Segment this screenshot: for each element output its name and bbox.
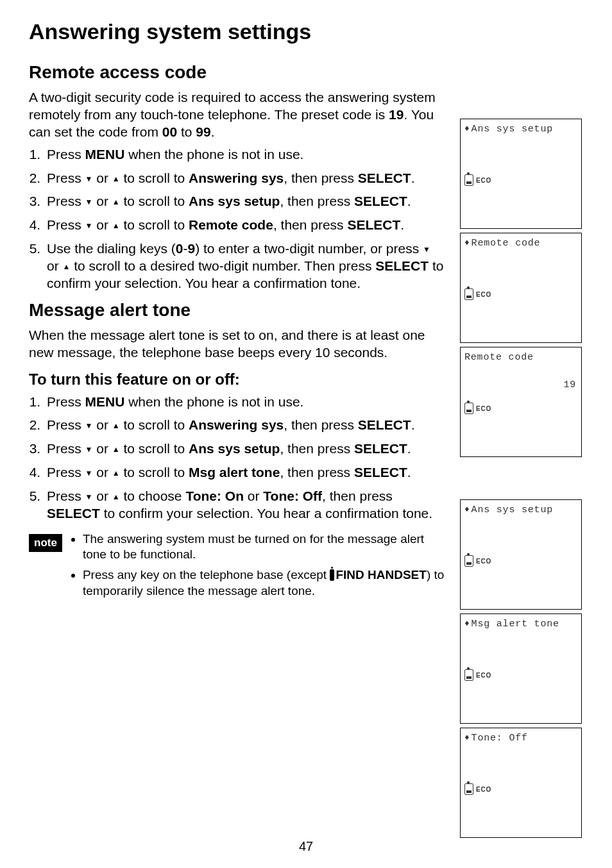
text: .	[407, 465, 411, 480]
text: , then press	[284, 417, 358, 432]
list-item: Press or to scroll to Remote code, then …	[44, 217, 446, 234]
lcd-screen: Ans sys setup ECO	[460, 499, 582, 610]
battery-icon	[464, 783, 473, 795]
text: to scroll to	[120, 417, 189, 432]
note-badge: note	[29, 534, 62, 552]
alert-steps: Press MENU when the phone is not in use.…	[29, 394, 446, 522]
remote-code-label: Remote code	[189, 217, 273, 232]
lcd-screen: Msg alert tone ECO	[460, 613, 582, 724]
text: to scroll to	[120, 217, 189, 232]
up-arrow-icon	[112, 469, 120, 477]
text: to scroll to	[120, 194, 189, 208]
text: when the phone is not in use.	[124, 394, 303, 409]
list-item: Press or to scroll to Answering sys, the…	[44, 417, 446, 434]
text: Press	[47, 417, 85, 432]
tone-on-label: Tone: On	[185, 488, 244, 503]
lcd-screen: Ans sys setup ECO	[460, 119, 582, 229]
left-column: Remote access code A two-digit security …	[29, 54, 446, 838]
text: to scroll to a desired two-digit number.…	[70, 258, 375, 273]
text: Press	[47, 394, 85, 409]
down-arrow-icon	[85, 469, 93, 477]
nine-label: 9	[187, 241, 195, 256]
lcd-line: Ans sys setup	[472, 505, 553, 515]
text: or	[92, 417, 112, 432]
text: or	[92, 488, 112, 503]
text: or	[47, 258, 63, 273]
text: or	[92, 194, 112, 208]
up-arrow-icon	[63, 263, 71, 271]
text: Use the dialing keys (	[47, 241, 176, 256]
list-item: Press MENU when the phone is not in use.	[44, 394, 446, 411]
updown-icon	[464, 124, 470, 135]
answering-sys-label: Answering sys	[189, 417, 284, 432]
battery-icon	[464, 403, 473, 414]
updown-icon	[464, 505, 470, 515]
code-99: 99	[196, 124, 210, 139]
text: or	[92, 171, 112, 185]
text: or	[92, 441, 112, 456]
eco-label: ECO	[476, 405, 491, 412]
note-list: The answering system must be turned on f…	[71, 531, 446, 604]
subheading-toggle: To turn this feature on or off:	[29, 371, 446, 388]
eco-label: ECO	[476, 177, 491, 184]
find-handset-label: FIND HANDSET	[336, 568, 426, 581]
updown-icon	[464, 619, 470, 630]
text: , then press	[284, 171, 358, 185]
ans-sys-setup-label: Ans sys setup	[189, 441, 280, 456]
text: Press any key on the telephone base (exc…	[83, 568, 330, 581]
text: .	[407, 441, 411, 456]
msg-alert-tone-label: Msg alert tone	[189, 465, 280, 480]
text: to choose	[120, 488, 186, 503]
alert-intro: When the message alert tone is set to on…	[29, 327, 446, 362]
text: to scroll to	[120, 465, 189, 480]
list-item: Press or to scroll to Answering sys, the…	[44, 170, 446, 187]
text: .	[411, 171, 415, 185]
lcd-value: 19	[464, 380, 577, 390]
battery-icon	[464, 288, 473, 300]
down-arrow-icon	[85, 175, 93, 183]
code-00: 00	[162, 124, 177, 139]
text: , then press	[322, 488, 393, 503]
answering-sys-label: Answering sys	[189, 171, 284, 185]
list-item: Press or to scroll to Msg alert tone, th…	[44, 464, 446, 481]
zero-label: 0	[176, 241, 183, 256]
handset-icon	[330, 569, 334, 581]
down-arrow-icon	[85, 198, 93, 206]
text: .	[400, 217, 404, 232]
list-item: Press MENU when the phone is not in use.	[44, 146, 446, 163]
eco-label: ECO	[476, 672, 491, 679]
section-alert-heading: Message alert tone	[29, 300, 446, 321]
text: or	[244, 488, 263, 503]
text: Press	[47, 465, 85, 480]
page-number: 47	[0, 839, 612, 854]
text: .	[407, 194, 411, 208]
select-label: SELECT	[358, 417, 411, 432]
battery-icon	[464, 174, 473, 186]
eco-label: ECO	[476, 558, 491, 565]
screen-group-remote: Ans sys setup ECO Remote code ECO Remote…	[460, 119, 583, 457]
eco-label: ECO	[476, 786, 491, 793]
section-remote-heading: Remote access code	[29, 62, 446, 83]
text: Press	[47, 217, 85, 232]
right-column: Ans sys setup ECO Remote code ECO Remote…	[460, 54, 583, 838]
remote-steps: Press MENU when the phone is not in use.…	[29, 146, 446, 292]
select-label: SELECT	[347, 217, 400, 232]
lcd-line: Msg alert tone	[472, 619, 559, 630]
down-arrow-icon	[85, 493, 93, 501]
text: , then press	[280, 194, 354, 208]
lcd-line: Ans sys setup	[472, 124, 553, 135]
up-arrow-icon	[112, 422, 120, 430]
text: , then press	[273, 217, 348, 232]
up-arrow-icon	[112, 446, 120, 453]
eco-label: ECO	[476, 291, 491, 298]
select-label: SELECT	[47, 506, 100, 521]
text: A two-digit security code is required to…	[29, 90, 436, 122]
text: Press	[47, 488, 85, 503]
up-arrow-icon	[112, 493, 120, 501]
list-item: Press or to scroll to Ans sys setup, the…	[44, 193, 446, 210]
spacer	[460, 466, 583, 490]
code-19: 19	[389, 107, 404, 122]
screen-group-alert: Ans sys setup ECO Msg alert tone ECO Ton…	[460, 499, 583, 838]
list-item: Press or to choose Tone: On or Tone: Off…	[44, 488, 446, 522]
battery-icon	[464, 555, 473, 567]
